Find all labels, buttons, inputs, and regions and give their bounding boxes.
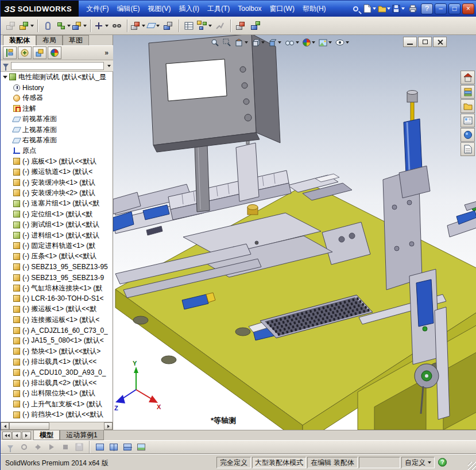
viewport-single-icon[interactable] (94, 441, 106, 453)
minimize-button[interactable]: – (435, 3, 447, 14)
instant3d-icon[interactable] (249, 18, 262, 33)
view-settings-icon[interactable] (334, 36, 350, 49)
play-icon[interactable] (45, 441, 58, 453)
open-document-icon[interactable] (378, 3, 390, 14)
tabs-scroll-next-icon[interactable] (22, 432, 31, 440)
tree-item[interactable]: (-) 送塞片组<1> (默认<默 (1, 199, 113, 209)
doc-restore-button[interactable] (418, 37, 432, 47)
panel-tab[interactable]: 草图 (63, 35, 89, 45)
doc-minimize-button[interactable] (403, 37, 417, 47)
configuration-manager-icon[interactable] (33, 46, 47, 59)
menu-item[interactable]: 文件(F) (82, 3, 113, 15)
tree-item[interactable]: (-) 气缸培林连接块<1> (默 (1, 283, 113, 293)
document-tab[interactable]: 运动算例1 (60, 430, 104, 440)
menu-item[interactable]: 插入(I) (175, 3, 203, 15)
viewport-four-view-icon[interactable] (121, 441, 134, 453)
tree-item[interactable]: (-) 排出载具<2> (默认<< (1, 378, 113, 388)
toolbar-overflow-chevron[interactable]: » (105, 49, 109, 57)
panel-tab[interactable]: 装配体 (3, 35, 36, 45)
tree-item[interactable]: 传感器 (1, 93, 113, 103)
tree-item[interactable]: (-) 固定进料轨道<1> (默 (1, 240, 113, 251)
tree-item[interactable]: (-) 底板<1> (默认<<默认 (1, 156, 113, 166)
resize-grip[interactable] (468, 462, 476, 470)
display-manager-icon[interactable] (48, 46, 61, 59)
tree-item[interactable]: 原点 (1, 146, 113, 156)
collapse-arrow-icon[interactable] (3, 76, 7, 79)
solidworks-resources-icon[interactable] (460, 71, 475, 84)
hide-show-items-icon[interactable] (284, 36, 300, 49)
assembly-features-icon[interactable] (130, 18, 145, 33)
tree-item[interactable]: 右视基准面 (1, 135, 113, 145)
tree-item[interactable]: (-) 测试组<1> (默认<默认 (1, 219, 113, 230)
scroll-left-icon[interactable] (1, 422, 9, 430)
tree-item[interactable]: (-) 排出载具<1> (默认<< (1, 357, 113, 367)
menu-item[interactable]: 视图(V) (144, 3, 175, 15)
tree-item[interactable]: (-) 压条<1> (默认<<默认 (1, 251, 113, 262)
filter-dropdown-icon[interactable] (107, 65, 111, 67)
maximize-button[interactable]: □ (448, 3, 460, 14)
tabs-scroll-prev-icon[interactable] (12, 432, 21, 440)
design-library-icon[interactable] (460, 85, 475, 99)
tree-item[interactable]: (-) 前挡块<1> (默认<<默认 (1, 410, 113, 420)
save-icon[interactable] (392, 3, 405, 14)
reference-geometry-icon[interactable] (146, 18, 160, 33)
tree-item[interactable]: (-) A_CDU10_30D_A93_0_ (1, 367, 113, 378)
display-style-icon[interactable] (267, 36, 282, 49)
motion-filter-icon[interactable] (4, 441, 17, 453)
tree-item[interactable]: (-) SEBZ13_95_SEBZ13-95 (1, 262, 113, 272)
mate-icon[interactable] (41, 18, 55, 33)
file-explorer-icon[interactable] (460, 99, 475, 113)
scroll-right-icon[interactable] (104, 422, 113, 430)
new-motion-study-icon[interactable] (161, 18, 175, 33)
tree-item[interactable]: (-) 定位组<1> (默认<默 (1, 209, 113, 219)
tree-item[interactable]: 前视基准面 (1, 114, 113, 125)
custom-status-dropdown[interactable]: 自定义 (401, 457, 435, 468)
edit-appearance-icon[interactable] (301, 36, 316, 49)
bill-of-materials-icon[interactable] (182, 18, 196, 33)
tree-item[interactable]: History (1, 82, 113, 92)
tree-item[interactable]: (-) JA15_5_080<1> (默认< (1, 336, 113, 346)
zoom-fit-icon[interactable] (210, 36, 220, 49)
apply-scene-icon[interactable] (318, 36, 333, 49)
print-icon[interactable] (407, 3, 419, 14)
help-icon[interactable]: ? (421, 3, 433, 14)
custom-properties-icon[interactable] (460, 142, 475, 156)
menu-item[interactable]: 窗口(W) (266, 3, 299, 15)
doc-close-button[interactable] (433, 37, 447, 47)
edit-component-icon[interactable] (4, 18, 18, 33)
tree-item[interactable]: (-) 搬运轨道<1> (默认< (1, 167, 113, 177)
panel-tab[interactable]: 布局 (36, 35, 63, 45)
graphics-area[interactable]: Y X Z (113, 35, 476, 430)
zoom-area-icon[interactable] (222, 36, 233, 49)
tabs-scroll-first-icon[interactable] (2, 432, 11, 440)
menu-item[interactable]: 编辑(E) (113, 3, 144, 15)
filter-icon[interactable] (3, 64, 9, 68)
stop-icon[interactable] (59, 441, 72, 453)
full-screen-preview-icon[interactable] (135, 441, 148, 453)
tree-item[interactable]: (-) 垫块<1> (默认<<默认> (1, 346, 113, 356)
appearances-icon[interactable] (460, 128, 475, 142)
save-animation-icon[interactable] (73, 441, 86, 453)
view-orientation-icon[interactable] (250, 36, 266, 49)
viewport-two-view-icon[interactable] (107, 441, 120, 453)
menu-item[interactable]: 工具(T) (203, 3, 234, 15)
play-from-start-icon[interactable] (32, 441, 44, 453)
view-palette-icon[interactable] (460, 114, 475, 127)
insert-components-icon[interactable] (19, 18, 34, 33)
show-hidden-components-icon[interactable] (110, 18, 123, 33)
new-document-icon[interactable] (363, 3, 376, 14)
menu-item[interactable]: Toolbox (234, 3, 265, 14)
status-help-icon[interactable]: ? (438, 458, 447, 467)
explode-line-sketch-icon[interactable] (213, 18, 227, 33)
tree-horizontal-scrollbar[interactable] (1, 422, 113, 430)
tree-item[interactable]: (-) SEBZ13_95_SEBZ13-9 (1, 272, 113, 282)
exploded-view-icon[interactable] (197, 18, 212, 33)
menu-item[interactable]: 帮助(H) (299, 3, 330, 15)
tree-item[interactable]: (-) A_CDJZL16_60_C73_0_ (1, 325, 113, 335)
close-button[interactable]: × (462, 3, 474, 14)
search-icon[interactable] (349, 3, 362, 14)
assembly-mode-status[interactable]: 大型装配体模式 (252, 457, 306, 468)
smart-fasteners-icon[interactable] (72, 18, 87, 33)
tree-item[interactable]: (-) 进料组<1> (默认<默认 (1, 230, 113, 240)
interference-detection-icon[interactable] (234, 18, 247, 33)
